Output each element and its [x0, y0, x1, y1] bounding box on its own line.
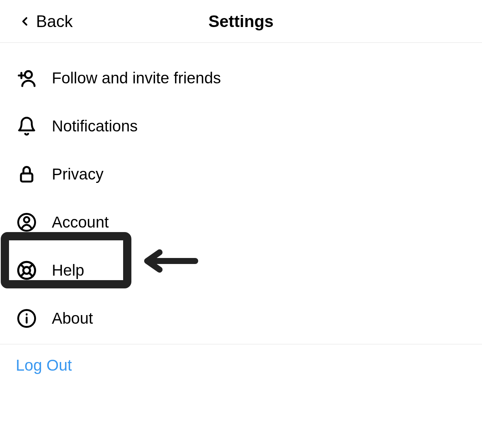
settings-item-label: Help [52, 261, 84, 279]
lock-icon [16, 163, 38, 185]
page-title: Settings [208, 12, 274, 31]
account-icon [16, 211, 38, 233]
settings-item-label: Notifications [52, 117, 138, 135]
svg-point-5 [24, 217, 29, 222]
settings-list: Follow and invite friends Notifications … [0, 43, 482, 342]
settings-item-follow-invite[interactable]: Follow and invite friends [0, 54, 482, 102]
logout-button[interactable]: Log Out [16, 356, 72, 374]
settings-item-notifications[interactable]: Notifications [0, 102, 482, 150]
settings-item-label: Follow and invite friends [52, 69, 221, 87]
svg-rect-3 [21, 173, 32, 182]
settings-item-about[interactable]: About [0, 294, 482, 342]
info-icon [16, 308, 38, 329]
settings-item-account[interactable]: Account [0, 198, 482, 246]
settings-item-help[interactable]: Help [0, 246, 482, 294]
settings-item-privacy[interactable]: Privacy [0, 150, 482, 198]
bell-icon [16, 115, 38, 137]
person-add-icon [16, 67, 38, 89]
back-button[interactable]: Back [0, 12, 73, 31]
settings-item-label: Privacy [52, 165, 104, 183]
svg-line-10 [29, 264, 33, 268]
header: Back Settings [0, 0, 482, 43]
back-label: Back [36, 12, 73, 31]
svg-point-0 [25, 71, 32, 78]
settings-item-label: Account [52, 213, 109, 231]
svg-line-11 [21, 273, 24, 276]
svg-line-8 [21, 264, 24, 268]
settings-item-label: About [52, 309, 93, 327]
chevron-left-icon [18, 15, 32, 28]
help-icon [16, 259, 38, 281]
logout-section: Log Out [0, 344, 482, 386]
svg-line-9 [29, 273, 33, 276]
